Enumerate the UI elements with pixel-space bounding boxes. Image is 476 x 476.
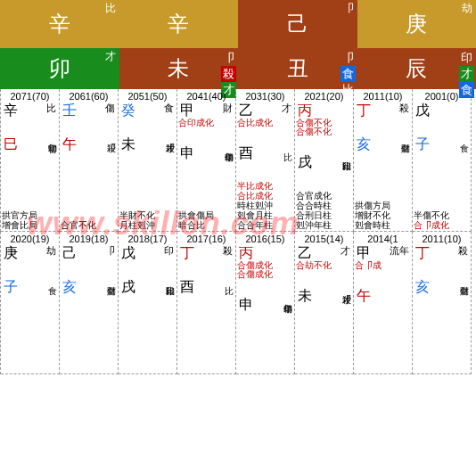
luck-cell: 2061(60) 壬傷 午殺卩 合官不化 (60, 89, 119, 232)
luck-cell: 2018(17) 戊印 戌印比殺 (119, 232, 177, 374)
four-pillars-header: 辛比 辛 己卩 庚劫 卯才 未卩殺才 丑卩食比 辰印才食 (0, 0, 476, 89)
luck-cell: 2016(15) 丙 合傷成化合傷成化 申劫傷印 (236, 232, 295, 374)
pillar-1-stem: 辛比 (0, 0, 119, 48)
luck-cell: 2014(1 甲流年 合卩成 午 (354, 232, 413, 374)
luck-cell: 2017(16) 丁殺 酉比 (177, 232, 236, 374)
luck-cell: 2011(10) 丁殺 亥傷財 拱傷方局增財不化剋會時柱 (354, 89, 413, 232)
pillar-4-branch: 辰印才食 (357, 48, 477, 89)
pillar-2-branch: 未卩殺才 (119, 48, 239, 89)
luck-cell: 2020(19) 庚劫 子食 (1, 232, 60, 374)
luck-pillars-row-1: 2071(70) 辛比 巳官印劫 拱官方局增會比局2061(60) 壬傷 午殺卩… (0, 89, 476, 232)
luck-cell: 2021(20) 丙 合傷不化合傷不化 戌印比殺 合官成化合合時柱合刑日柱剋沖年… (295, 89, 354, 232)
luck-cell: 2031(30) 乙才 合比成化 酉比 半比成化合比成化時柱剋沖剋會月柱合合年柱 (236, 89, 295, 232)
luck-cell: 2011(10) 丁殺 亥傷財 (413, 232, 472, 374)
pillar-4-stem: 庚劫 (357, 0, 477, 48)
luck-cell: 2019(18) 己卩 亥傷財 (60, 232, 119, 374)
pillar-3-branch: 丑卩食比 (238, 48, 357, 89)
luck-cell: 2015(14) 乙才 合劫不化 未卩殺才 (295, 232, 354, 374)
luck-cell: 2071(70) 辛比 巳官印劫 拱官方局增會比局 (1, 89, 60, 232)
luck-cell: 2041(40) 甲財 合印成化 申劫傷印 拱會傷局暗合比 (177, 89, 236, 232)
pillar-3-stem: 己卩 (238, 0, 357, 48)
pillar-1-branch: 卯才 (0, 48, 119, 89)
pillar-2-stem: 辛 (119, 0, 239, 48)
luck-pillars-row-2: 2020(19) 庚劫 子食 2019(18) 己卩 亥傷財 2018(17) … (0, 232, 476, 374)
luck-cell: 2051(50) 癸食 未卩殺才 半財不化月柱剋沖 (119, 89, 177, 232)
luck-cell: 2001(0) 戊 子食 半傷不化合卩成化 (413, 89, 472, 232)
